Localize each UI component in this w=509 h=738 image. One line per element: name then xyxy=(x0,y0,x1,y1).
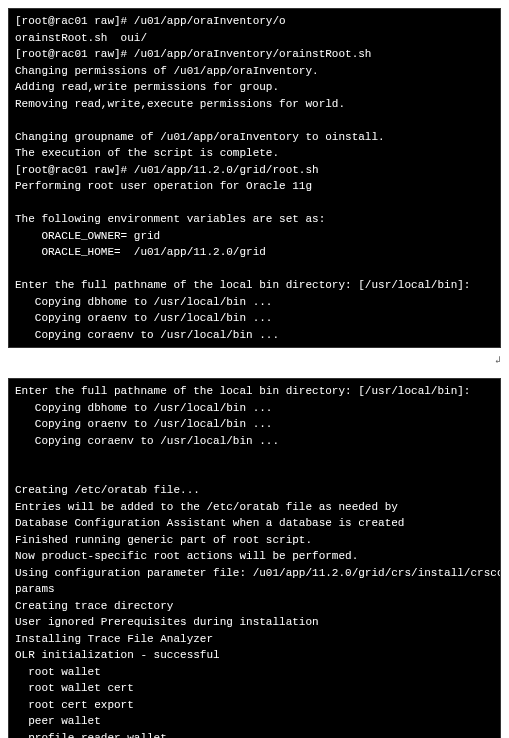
terminal-line: ORACLE_HOME= /u01/app/11.2.0/grid xyxy=(15,244,494,261)
gap-between-terminals: ↲ xyxy=(0,356,509,370)
carriage-return-mark: ↲ xyxy=(495,354,501,366)
terminal-line: The execution of the script is complete. xyxy=(15,145,494,162)
terminal-line: peer wallet xyxy=(15,713,494,730)
terminal-line: Changing permissions of /u01/app/oraInve… xyxy=(15,63,494,80)
terminal-line: profile reader wallet xyxy=(15,730,494,739)
terminal-line: OLR initialization - successful xyxy=(15,647,494,664)
terminal-line: ORACLE_OWNER= grid xyxy=(15,228,494,245)
terminal-line: Creating trace directory xyxy=(15,598,494,615)
terminal-line: [root@rac01 raw]# /u01/app/oraInventory/… xyxy=(15,46,494,63)
terminal-line: root cert export xyxy=(15,697,494,714)
terminal-line: [root@rac01 raw]# /u01/app/oraInventory/… xyxy=(15,13,494,30)
terminal-line: Removing read,write,execute permissions … xyxy=(15,96,494,113)
terminal-line: Finished running generic part of root sc… xyxy=(15,532,494,549)
terminal-line: [root@rac01 raw]# /u01/app/11.2.0/grid/r… xyxy=(15,162,494,179)
terminal-line: Copying dbhome to /usr/local/bin ... xyxy=(15,400,494,417)
terminal-line: Entries will be added to the /etc/oratab… xyxy=(15,499,494,516)
terminal-line: Enter the full pathname of the local bin… xyxy=(15,383,494,400)
terminal-line: Copying oraenv to /usr/local/bin ... xyxy=(15,416,494,433)
terminal-line: Creating /etc/oratab file... xyxy=(15,482,494,499)
terminal-line xyxy=(15,195,494,212)
terminal-line: Installing Trace File Analyzer xyxy=(15,631,494,648)
terminal-line: Changing groupname of /u01/app/oraInvent… xyxy=(15,129,494,146)
terminal-line: Using configuration parameter file: /u01… xyxy=(15,565,494,582)
terminal-line: Copying dbhome to /usr/local/bin ... xyxy=(15,294,494,311)
terminal-line: root wallet xyxy=(15,664,494,681)
terminal-line xyxy=(15,449,494,466)
terminal-line xyxy=(15,466,494,483)
terminal-output-2: Enter the full pathname of the local bin… xyxy=(8,378,501,738)
terminal-line: Copying oraenv to /usr/local/bin ... xyxy=(15,310,494,327)
terminal-line: Performing root user operation for Oracl… xyxy=(15,178,494,195)
terminal-line: params xyxy=(15,581,494,598)
terminal-line: root wallet cert xyxy=(15,680,494,697)
terminal-line xyxy=(15,261,494,278)
terminal-line: Copying coraenv to /usr/local/bin ... xyxy=(15,433,494,450)
terminal-line: The following environment variables are … xyxy=(15,211,494,228)
terminal-line: Now product-specific root actions will b… xyxy=(15,548,494,565)
terminal-line: Copying coraenv to /usr/local/bin ... xyxy=(15,327,494,344)
terminal-line: Database Configuration Assistant when a … xyxy=(15,515,494,532)
terminal-line: orainstRoot.sh oui/ xyxy=(15,30,494,47)
terminal-line: Adding read,write permissions for group. xyxy=(15,79,494,96)
terminal-line: Enter the full pathname of the local bin… xyxy=(15,277,494,294)
terminal-line xyxy=(15,112,494,129)
terminal-output-1: [root@rac01 raw]# /u01/app/oraInventory/… xyxy=(8,8,501,348)
terminal-line: User ignored Prerequisites during instal… xyxy=(15,614,494,631)
